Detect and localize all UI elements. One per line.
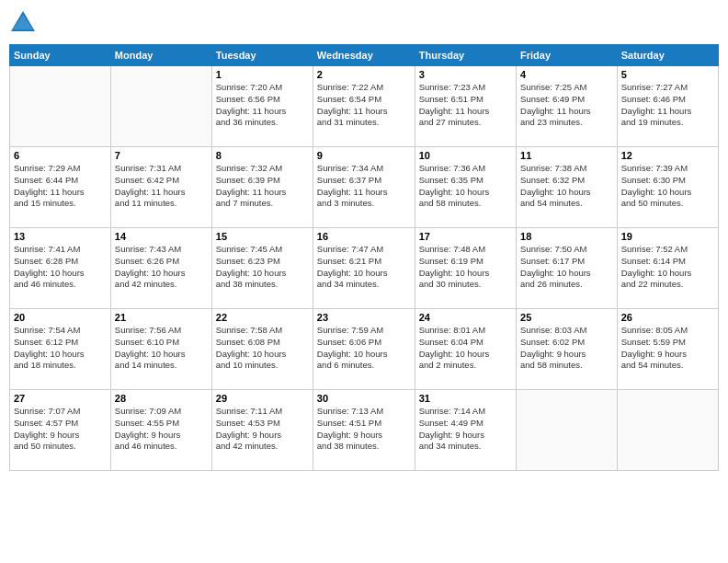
day-detail: Sunrise: 7:47 AM Sunset: 6:21 PM Dayligh…: [317, 244, 411, 291]
logo: [9, 9, 40, 37]
day-detail: Sunrise: 7:23 AM Sunset: 6:51 PM Dayligh…: [419, 82, 512, 129]
calendar-week-row: 1Sunrise: 7:20 AM Sunset: 6:56 PM Daylig…: [10, 66, 719, 147]
calendar-cell: 18Sunrise: 7:50 AM Sunset: 6:17 PM Dayli…: [517, 228, 618, 309]
day-number: 21: [115, 312, 208, 323]
day-detail: Sunrise: 7:20 AM Sunset: 6:56 PM Dayligh…: [216, 82, 309, 129]
day-number: 22: [216, 312, 309, 323]
calendar-table: SundayMondayTuesdayWednesdayThursdayFrid…: [9, 44, 719, 471]
day-detail: Sunrise: 8:01 AM Sunset: 6:04 PM Dayligh…: [419, 325, 512, 372]
day-number: 16: [317, 231, 411, 242]
calendar-cell: 6Sunrise: 7:29 AM Sunset: 6:44 PM Daylig…: [10, 147, 111, 228]
calendar-cell: 11Sunrise: 7:38 AM Sunset: 6:32 PM Dayli…: [517, 147, 618, 228]
logo-icon: [9, 9, 37, 37]
day-number: 24: [419, 312, 512, 323]
day-number: 2: [317, 69, 411, 80]
weekday-header: Sunday: [10, 45, 111, 66]
calendar-cell: 7Sunrise: 7:31 AM Sunset: 6:42 PM Daylig…: [110, 147, 211, 228]
weekday-header: Monday: [110, 45, 211, 66]
day-detail: Sunrise: 7:43 AM Sunset: 6:26 PM Dayligh…: [115, 244, 208, 291]
day-number: 11: [520, 150, 613, 161]
calendar-cell: 8Sunrise: 7:32 AM Sunset: 6:39 PM Daylig…: [211, 147, 313, 228]
calendar-week-row: 20Sunrise: 7:54 AM Sunset: 6:12 PM Dayli…: [10, 309, 719, 390]
day-number: 31: [419, 393, 512, 404]
day-number: 4: [520, 69, 613, 80]
weekday-header: Tuesday: [211, 45, 313, 66]
day-number: 12: [621, 150, 714, 161]
calendar-cell: 10Sunrise: 7:36 AM Sunset: 6:35 PM Dayli…: [415, 147, 516, 228]
day-number: 13: [14, 231, 107, 242]
day-detail: Sunrise: 7:07 AM Sunset: 4:57 PM Dayligh…: [14, 406, 107, 453]
calendar-body: 1Sunrise: 7:20 AM Sunset: 6:56 PM Daylig…: [10, 66, 719, 471]
calendar-cell: 26Sunrise: 8:05 AM Sunset: 5:59 PM Dayli…: [617, 309, 718, 390]
day-detail: Sunrise: 7:50 AM Sunset: 6:17 PM Dayligh…: [520, 244, 613, 291]
calendar-cell: 29Sunrise: 7:11 AM Sunset: 4:53 PM Dayli…: [211, 390, 313, 471]
day-detail: Sunrise: 7:58 AM Sunset: 6:08 PM Dayligh…: [216, 325, 309, 372]
day-number: 30: [317, 393, 411, 404]
day-detail: Sunrise: 7:45 AM Sunset: 6:23 PM Dayligh…: [216, 244, 309, 291]
day-detail: Sunrise: 7:32 AM Sunset: 6:39 PM Dayligh…: [216, 163, 309, 210]
calendar-cell: 17Sunrise: 7:48 AM Sunset: 6:19 PM Dayli…: [415, 228, 516, 309]
day-number: 5: [621, 69, 714, 80]
calendar-cell: 12Sunrise: 7:39 AM Sunset: 6:30 PM Dayli…: [617, 147, 718, 228]
day-number: 19: [621, 231, 714, 242]
day-number: 14: [115, 231, 208, 242]
day-detail: Sunrise: 8:03 AM Sunset: 6:02 PM Dayligh…: [520, 325, 613, 372]
day-number: 28: [115, 393, 208, 404]
weekday-header: Thursday: [415, 45, 516, 66]
day-detail: Sunrise: 7:34 AM Sunset: 6:37 PM Dayligh…: [317, 163, 411, 210]
calendar-cell: [617, 390, 718, 471]
calendar-cell: 27Sunrise: 7:07 AM Sunset: 4:57 PM Dayli…: [10, 390, 111, 471]
weekday-header: Saturday: [617, 45, 718, 66]
calendar-week-row: 6Sunrise: 7:29 AM Sunset: 6:44 PM Daylig…: [10, 147, 719, 228]
day-number: 17: [419, 231, 512, 242]
calendar-week-row: 13Sunrise: 7:41 AM Sunset: 6:28 PM Dayli…: [10, 228, 719, 309]
calendar-cell: 1Sunrise: 7:20 AM Sunset: 6:56 PM Daylig…: [211, 66, 313, 147]
day-number: 29: [216, 393, 309, 404]
calendar-cell: 9Sunrise: 7:34 AM Sunset: 6:37 PM Daylig…: [313, 147, 415, 228]
day-detail: Sunrise: 7:41 AM Sunset: 6:28 PM Dayligh…: [14, 244, 107, 291]
page-header: [9, 9, 719, 37]
day-detail: Sunrise: 7:25 AM Sunset: 6:49 PM Dayligh…: [520, 82, 613, 129]
day-number: 25: [520, 312, 613, 323]
calendar-cell: 28Sunrise: 7:09 AM Sunset: 4:55 PM Dayli…: [110, 390, 211, 471]
day-detail: Sunrise: 8:05 AM Sunset: 5:59 PM Dayligh…: [621, 325, 714, 372]
day-number: 23: [317, 312, 411, 323]
calendar-header: SundayMondayTuesdayWednesdayThursdayFrid…: [10, 45, 719, 66]
day-detail: Sunrise: 7:13 AM Sunset: 4:51 PM Dayligh…: [317, 406, 411, 453]
day-number: 1: [216, 69, 309, 80]
day-number: 3: [419, 69, 512, 80]
calendar-cell: 23Sunrise: 7:59 AM Sunset: 6:06 PM Dayli…: [313, 309, 415, 390]
calendar-cell: 30Sunrise: 7:13 AM Sunset: 4:51 PM Dayli…: [313, 390, 415, 471]
day-detail: Sunrise: 7:52 AM Sunset: 6:14 PM Dayligh…: [621, 244, 714, 291]
weekday-header: Friday: [517, 45, 618, 66]
calendar-cell: 15Sunrise: 7:45 AM Sunset: 6:23 PM Dayli…: [211, 228, 313, 309]
day-number: 20: [14, 312, 107, 323]
day-detail: Sunrise: 7:27 AM Sunset: 6:46 PM Dayligh…: [621, 82, 714, 129]
day-detail: Sunrise: 7:31 AM Sunset: 6:42 PM Dayligh…: [115, 163, 208, 210]
calendar-week-row: 27Sunrise: 7:07 AM Sunset: 4:57 PM Dayli…: [10, 390, 719, 471]
calendar-cell: 31Sunrise: 7:14 AM Sunset: 4:49 PM Dayli…: [415, 390, 516, 471]
day-detail: Sunrise: 7:38 AM Sunset: 6:32 PM Dayligh…: [520, 163, 613, 210]
day-detail: Sunrise: 7:29 AM Sunset: 6:44 PM Dayligh…: [14, 163, 107, 210]
day-number: 18: [520, 231, 613, 242]
day-number: 10: [419, 150, 512, 161]
day-detail: Sunrise: 7:14 AM Sunset: 4:49 PM Dayligh…: [419, 406, 512, 453]
calendar-cell: [517, 390, 618, 471]
day-number: 26: [621, 312, 714, 323]
calendar-cell: 19Sunrise: 7:52 AM Sunset: 6:14 PM Dayli…: [617, 228, 718, 309]
day-detail: Sunrise: 7:11 AM Sunset: 4:53 PM Dayligh…: [216, 406, 309, 453]
day-detail: Sunrise: 7:54 AM Sunset: 6:12 PM Dayligh…: [14, 325, 107, 372]
day-detail: Sunrise: 7:09 AM Sunset: 4:55 PM Dayligh…: [115, 406, 208, 453]
day-number: 15: [216, 231, 309, 242]
calendar-cell: 20Sunrise: 7:54 AM Sunset: 6:12 PM Dayli…: [10, 309, 111, 390]
day-detail: Sunrise: 7:56 AM Sunset: 6:10 PM Dayligh…: [115, 325, 208, 372]
day-number: 27: [14, 393, 107, 404]
calendar-cell: 21Sunrise: 7:56 AM Sunset: 6:10 PM Dayli…: [110, 309, 211, 390]
day-detail: Sunrise: 7:36 AM Sunset: 6:35 PM Dayligh…: [419, 163, 512, 210]
day-detail: Sunrise: 7:48 AM Sunset: 6:19 PM Dayligh…: [419, 244, 512, 291]
calendar-cell: 4Sunrise: 7:25 AM Sunset: 6:49 PM Daylig…: [517, 66, 618, 147]
weekday-row: SundayMondayTuesdayWednesdayThursdayFrid…: [10, 45, 719, 66]
day-number: 6: [14, 150, 107, 161]
calendar-cell: 22Sunrise: 7:58 AM Sunset: 6:08 PM Dayli…: [211, 309, 313, 390]
day-detail: Sunrise: 7:39 AM Sunset: 6:30 PM Dayligh…: [621, 163, 714, 210]
